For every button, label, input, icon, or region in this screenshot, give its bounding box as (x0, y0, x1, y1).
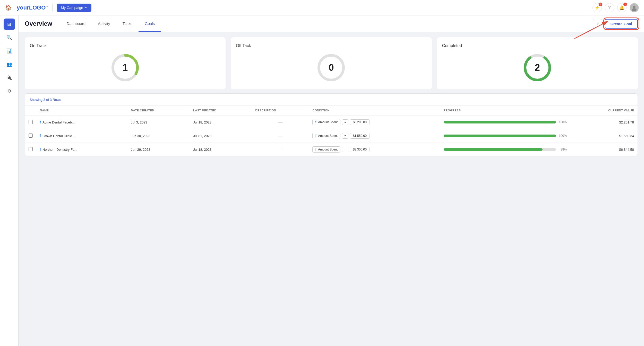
tab-tasks[interactable]: Tasks (116, 16, 139, 32)
row-name: Crown Dental Clinic... (42, 134, 75, 138)
condition-metric: Amount Spent (318, 148, 338, 151)
sidebar-item-chart[interactable]: 📊 (4, 45, 15, 57)
page-title: Overview (25, 15, 52, 32)
on-track-title: On Track (30, 43, 47, 48)
svg-point-0 (633, 6, 636, 8)
grid-icon: ⊞ (7, 21, 11, 27)
bell-badge: 1 (623, 3, 627, 6)
row-checkbox[interactable] (29, 120, 33, 124)
row-progress-cell: 100% (440, 115, 570, 129)
on-track-value: 1 (123, 62, 128, 73)
col-condition: CONDITION (309, 106, 440, 115)
progress-pct: 88% (558, 148, 567, 151)
chart-icon: 📊 (6, 48, 12, 54)
off-track-title: Off Tack (236, 43, 251, 48)
row-description: — (252, 143, 309, 156)
tab-dashboard[interactable]: Dashboard (61, 16, 92, 32)
condition-metric-badge: f Amount Spent (312, 146, 340, 153)
sidebar-item-grid[interactable]: ⊞ (4, 19, 15, 30)
top-nav: 🏠 yourLOGO™ My Campaign ▼ ⚡ 1 ? 🔔 1 (0, 0, 644, 15)
header-actions: Create Goal (593, 19, 638, 29)
row-name: Acme Dental Faceb... (42, 120, 75, 124)
condition-metric-badge: f Amount Spent (312, 133, 340, 139)
on-track-card: On Track 1 (25, 37, 226, 89)
off-track-value: 0 (329, 62, 334, 73)
progress-bar-fill (444, 135, 556, 137)
row-date-created: Jun 29, 2023 (127, 143, 190, 156)
condition-value-badge: $3,300.00 (350, 147, 369, 152)
row-date-created: Jul 3, 2023 (127, 115, 190, 129)
col-date-created: DATE CREATED (127, 106, 190, 115)
row-last-updated: Jul 18, 2023 (190, 115, 252, 129)
sidebar: ⊞ 🔍 📊 👥 🔌 ⚙ (0, 15, 19, 346)
settings-icon: ⚙ (7, 88, 11, 94)
page-header: Overview Dashboard Activity Tasks Goals (19, 15, 644, 32)
bell-button[interactable]: 🔔 1 (617, 3, 626, 12)
row-name-cell: f Crown Dental Clinic... (36, 129, 127, 143)
col-description: DESCRIPTION (252, 106, 309, 115)
off-track-donut: 0 (316, 52, 347, 83)
col-progress: PROGRESS (440, 106, 570, 115)
help-button[interactable]: ? (605, 3, 614, 12)
question-icon: ? (608, 5, 611, 10)
row-description: — (252, 115, 309, 129)
plugin-icon: 🔌 (6, 75, 12, 81)
col-checkbox (25, 106, 36, 115)
facebook-icon: f (40, 134, 41, 138)
tab-nav: Dashboard Activity Tasks Goals (61, 16, 593, 31)
row-date-created: Jun 30, 2023 (127, 129, 190, 143)
condition-metric-badge: f Amount Spent (312, 119, 340, 125)
completed-donut-container: 2 (442, 52, 633, 83)
condition-facebook-icon: f (315, 147, 316, 152)
col-name: NAME (36, 106, 127, 115)
sidebar-item-settings[interactable]: ⚙ (4, 85, 15, 97)
condition-op-badge: = (342, 119, 348, 125)
row-condition-cell: f Amount Spent = $3,300.00 (309, 143, 440, 156)
avatar[interactable] (630, 3, 639, 12)
row-checkbox-cell (25, 115, 36, 129)
row-current-value: $6,844.58 (570, 143, 638, 156)
progress-pct: 100% (558, 120, 567, 124)
progress-bar-fill (444, 121, 556, 123)
table-row: f Northern Dentistry Fa... Jun 29, 2023 … (25, 143, 638, 156)
main-layout: ⊞ 🔍 📊 👥 🔌 ⚙ Overview Dashboard (0, 15, 644, 346)
svg-point-1 (632, 8, 637, 11)
table-meta: Showing 3 of 3 Rows (25, 94, 638, 106)
table-body: f Acme Dental Faceb... Jul 3, 2023 Jul 1… (25, 115, 638, 156)
row-name-cell: f Northern Dentistry Fa... (36, 143, 127, 156)
table-header-row: NAME DATE CREATED LAST UPDATED DESCRIPTI… (25, 106, 638, 115)
create-goal-button[interactable]: Create Goal (605, 19, 638, 29)
condition-op-badge: = (342, 147, 348, 152)
filter-icon (596, 21, 600, 26)
table-section: Showing 3 of 3 Rows NAME DATE CREATED LA… (19, 89, 644, 161)
completed-card: Completed 2 (437, 37, 638, 89)
row-description: — (252, 129, 309, 143)
progress-bar-fill (444, 148, 543, 151)
condition-value-badge: $3,200.00 (350, 119, 369, 125)
home-icon[interactable]: 🏠 (5, 5, 12, 11)
lightning-button[interactable]: ⚡ 1 (593, 3, 602, 12)
row-last-updated: Jul 18, 2023 (190, 143, 252, 156)
search-icon: 🔍 (6, 35, 12, 40)
users-icon: 👥 (6, 61, 12, 67)
completed-donut: 2 (522, 52, 553, 83)
sidebar-item-search[interactable]: 🔍 (4, 32, 15, 43)
lightning-badge: 1 (599, 3, 602, 6)
tab-goals[interactable]: Goals (139, 16, 161, 32)
on-track-donut: 1 (110, 52, 141, 83)
table-row: f Crown Dental Clinic... Jun 30, 2023 Ju… (25, 129, 638, 143)
condition-op-badge: = (342, 133, 348, 139)
col-last-updated: LAST UPDATED (190, 106, 252, 115)
content-area: Overview Dashboard Activity Tasks Goals (19, 15, 644, 346)
row-checkbox-cell (25, 143, 36, 156)
filter-button[interactable] (593, 19, 602, 28)
campaign-button[interactable]: My Campaign ▼ (57, 4, 91, 12)
row-checkbox[interactable] (29, 147, 33, 151)
table-row: f Acme Dental Faceb... Jul 3, 2023 Jul 1… (25, 115, 638, 129)
sidebar-item-users[interactable]: 👥 (4, 59, 15, 70)
row-condition-cell: f Amount Spent = $3,200.00 (309, 115, 440, 129)
row-checkbox[interactable] (29, 134, 33, 138)
sidebar-item-plugins[interactable]: 🔌 (4, 72, 15, 83)
progress-pct: 100% (558, 134, 567, 138)
tab-activity[interactable]: Activity (92, 16, 116, 32)
